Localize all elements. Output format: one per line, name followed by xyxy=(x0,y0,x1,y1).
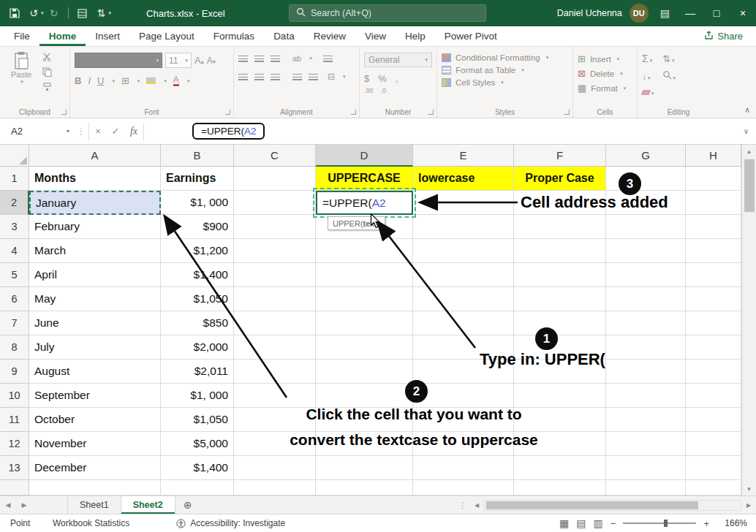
accessibility-checker-button[interactable]: Accessibility: Investigate xyxy=(176,518,285,528)
cell-D7[interactable] xyxy=(316,311,413,335)
cell-A12[interactable]: November xyxy=(29,432,161,456)
cell-D8[interactable] xyxy=(316,335,413,360)
align-left-icon[interactable] xyxy=(238,74,248,80)
fill-button[interactable]: ↓▾ xyxy=(642,71,651,82)
cancel-entry-icon[interactable]: × xyxy=(89,126,107,137)
cell-D1[interactable]: UPPERCASE xyxy=(316,167,413,191)
column-header-e[interactable]: E xyxy=(413,145,514,167)
column-header-f[interactable]: F xyxy=(514,145,606,167)
row-header-13[interactable]: 13 xyxy=(0,456,29,480)
cell-C7[interactable] xyxy=(234,311,316,335)
underline-dropdown-icon[interactable]: ▾ xyxy=(112,78,115,84)
cell-D2[interactable]: =UPPER(A2 xyxy=(316,191,413,215)
font-color-icon[interactable]: A xyxy=(173,75,179,86)
insert-function-icon[interactable]: fx xyxy=(124,126,143,137)
ribbon-display-options-icon[interactable]: ▤ xyxy=(660,7,670,19)
autosum-button[interactable]: Σ▾ xyxy=(642,53,652,64)
cell-B14[interactable] xyxy=(161,480,234,495)
currency-icon[interactable]: $ xyxy=(364,73,369,84)
cell-B2[interactable]: $1, 000 xyxy=(161,191,234,215)
sheet-tab-sheet1[interactable]: Sheet1 xyxy=(67,496,121,514)
row-header-10[interactable]: 10 xyxy=(0,384,29,408)
cell-D14[interactable] xyxy=(316,480,413,495)
cell-C6[interactable] xyxy=(234,287,316,311)
underline-button[interactable]: U xyxy=(97,75,104,86)
cell-A8[interactable]: July xyxy=(29,335,161,360)
cell-E1[interactable]: lowercase xyxy=(413,167,514,191)
tab-file[interactable]: File xyxy=(4,26,39,46)
cell-A10[interactable]: September xyxy=(29,384,161,408)
cell-A6[interactable]: May xyxy=(29,287,161,311)
cell-E5[interactable] xyxy=(413,263,514,287)
format-as-table-button[interactable]: Format as Table▾ xyxy=(442,66,568,75)
row-header-4[interactable]: 4 xyxy=(0,239,29,263)
cell-E14[interactable] xyxy=(413,480,514,495)
column-header-a[interactable]: A xyxy=(29,145,161,167)
save-icon[interactable] xyxy=(6,4,23,22)
cell-F1[interactable]: Proper Case xyxy=(514,167,606,191)
percent-icon[interactable]: % xyxy=(378,73,387,84)
undo-dropdown-icon[interactable]: ▾ xyxy=(41,10,44,16)
cell-A4[interactable]: March xyxy=(29,239,161,263)
tab-power-pivot[interactable]: Power Pivot xyxy=(435,26,507,46)
cell-A3[interactable]: February xyxy=(29,215,161,239)
font-size-select[interactable]: 11▾ xyxy=(165,53,192,68)
cell-C1[interactable] xyxy=(234,167,316,191)
cell-G11[interactable] xyxy=(606,408,686,432)
cell-H11[interactable] xyxy=(686,408,741,432)
cell-C2[interactable] xyxy=(234,191,316,215)
sheet-nav-prev-icon[interactable]: ◀ xyxy=(0,496,16,514)
cell-E6[interactable] xyxy=(413,287,514,311)
format-cells-button[interactable]: ▦ Format▾ xyxy=(578,83,632,94)
cell-F7[interactable] xyxy=(514,311,606,335)
cell-G4[interactable] xyxy=(606,239,686,263)
search-box[interactable]: Search (Alt+Q) xyxy=(289,4,486,22)
tab-scroll-splitter[interactable]: ⋮ xyxy=(456,496,469,514)
cell-F13[interactable] xyxy=(514,456,606,480)
conditional-formatting-button[interactable]: Conditional Formatting▾ xyxy=(442,53,568,62)
cell-H12[interactable] xyxy=(686,432,741,456)
sort-ascending-icon[interactable]: ⇅ xyxy=(93,4,110,22)
decrease-indent-icon[interactable] xyxy=(292,74,302,80)
cell-E13[interactable] xyxy=(413,456,514,480)
paste-button[interactable]: Paste ▾ xyxy=(4,51,38,85)
align-center-icon[interactable] xyxy=(254,74,264,80)
formula-reference[interactable]: A2 xyxy=(244,126,257,137)
cell-styles-button[interactable]: Cell Styles▾ xyxy=(442,78,568,87)
cell-A11[interactable]: October xyxy=(29,408,161,432)
increase-indent-icon[interactable] xyxy=(309,74,318,80)
zoom-slider-thumb[interactable] xyxy=(664,520,668,527)
cell-C9[interactable] xyxy=(234,360,316,384)
tab-review[interactable]: Review xyxy=(304,26,355,46)
align-middle-icon[interactable] xyxy=(254,56,264,62)
comma-icon[interactable]: , xyxy=(396,73,398,84)
cell-A9[interactable]: August xyxy=(29,360,161,384)
orientation-icon[interactable]: ab xyxy=(292,54,301,63)
row-header-11[interactable]: 11 xyxy=(0,408,29,432)
cell-H6[interactable] xyxy=(686,287,741,311)
copy-icon[interactable] xyxy=(42,67,52,79)
merge-dropdown-icon[interactable]: ▾ xyxy=(343,74,346,80)
cell-B4[interactable]: $1,200 xyxy=(161,239,234,263)
tab-data[interactable]: Data xyxy=(264,26,304,46)
scroll-left-icon[interactable]: ◀ xyxy=(469,502,484,509)
cell-H14[interactable] xyxy=(686,480,741,495)
cell-D6[interactable] xyxy=(316,287,413,311)
cell-D5[interactable] xyxy=(316,263,413,287)
row-header-8[interactable]: 8 xyxy=(0,335,29,360)
number-format-select[interactable]: General▾ xyxy=(364,53,432,67)
cell-B1[interactable]: Earnings xyxy=(161,167,234,191)
confirm-entry-icon[interactable]: ✓ xyxy=(107,126,124,137)
increase-decimal-icon[interactable]: .00 xyxy=(364,87,374,94)
cell-F4[interactable] xyxy=(514,239,606,263)
cell-G13[interactable] xyxy=(606,456,686,480)
quick-access-customize-icon[interactable]: ▾ xyxy=(109,10,112,16)
align-bottom-icon[interactable] xyxy=(271,56,280,62)
name-box-dropdown-icon[interactable]: ▾ xyxy=(67,128,69,134)
tab-home[interactable]: Home xyxy=(39,26,86,46)
cell-B6[interactable]: $1,050 xyxy=(161,287,234,311)
sort-filter-button[interactable]: ⇅▾ xyxy=(662,53,674,64)
cell-H8[interactable] xyxy=(686,335,741,360)
cell-B10[interactable]: $1, 000 xyxy=(161,384,234,408)
delete-cells-button[interactable]: ⊠ Delete▾ xyxy=(578,68,632,79)
